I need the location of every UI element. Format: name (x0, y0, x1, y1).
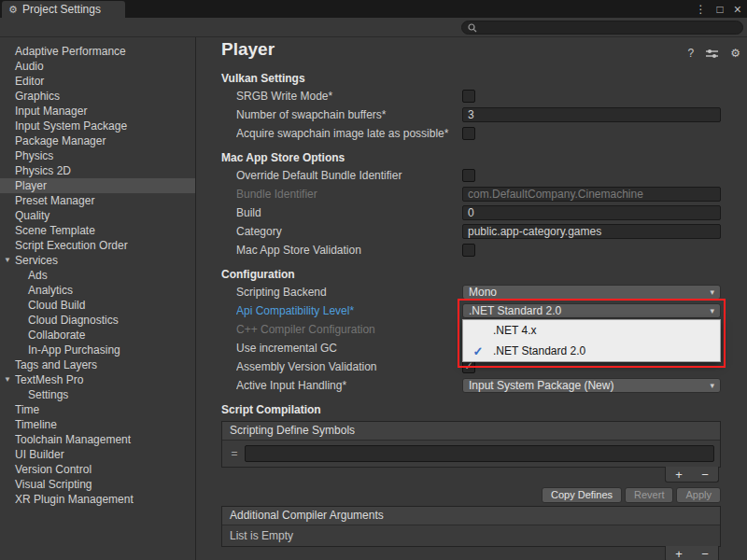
sidebar-item-in-app-purchasing[interactable]: In-App Purchasing (0, 343, 195, 357)
setting-row: Mac App Store Validation (197, 241, 747, 259)
sidebar-item-collaborate[interactable]: Collaborate (0, 328, 195, 343)
revert-button[interactable]: Revert (625, 487, 673, 503)
srgb-write-mode-checkbox[interactable] (462, 90, 475, 103)
sidebar-item-visual-scripting[interactable]: Visual Scripting (0, 477, 195, 492)
titlebar: ⚙ Project Settings ⋮ □ × (0, 0, 747, 18)
toolbar (0, 18, 747, 37)
tab-project-settings[interactable]: ⚙ Project Settings (2, 1, 125, 18)
api-compatibility-dropdown[interactable]: .NET Standard 2.0 (462, 303, 721, 318)
copy-defines-button[interactable]: Copy Defines (542, 487, 622, 503)
sidebar-item-graphics[interactable]: Graphics (0, 89, 195, 104)
sidebar-item-textmesh-settings[interactable]: Settings (0, 387, 195, 402)
scripting-define-symbols-header: Scripting Define Symbols (222, 422, 720, 441)
sidebar-item-tags-and-layers[interactable]: Tags and Layers (0, 357, 195, 372)
player-settings-content: Vulkan Settings SRGB Write Mode* Number … (197, 63, 747, 560)
setting-row: Scripting Backend Mono (197, 283, 747, 301)
sidebar-item-physics[interactable]: Physics (0, 148, 195, 163)
sidebar-item-adaptive-performance[interactable]: Adaptive Performance (0, 44, 195, 59)
close-icon[interactable]: × (734, 3, 741, 16)
sidebar-item-ui-builder[interactable]: UI Builder (0, 447, 195, 462)
foldout-open-icon[interactable]: ▼ (4, 372, 11, 387)
scripting-backend-dropdown[interactable]: Mono (462, 285, 721, 300)
drag-handle-icon[interactable]: = (228, 447, 241, 460)
section-script-compilation: Script Compilation (197, 401, 747, 418)
setting-row: Number of swapchain buffers* 3 (197, 105, 747, 124)
remove-argument-button[interactable]: − (701, 547, 709, 560)
search-input[interactable] (461, 21, 743, 35)
sidebar-item-audio[interactable]: Audio (0, 59, 195, 74)
setting-row: Bundle Identifier com.DefaultCompany.Cin… (197, 185, 747, 203)
foldout-open-icon[interactable]: ▼ (4, 253, 11, 268)
setting-row: Override Default Bundle Identifier (197, 166, 747, 185)
compiler-arguments-list-controls: + − (665, 546, 719, 560)
window-controls: ⋮ □ × (696, 0, 741, 18)
add-argument-button[interactable]: + (675, 547, 683, 560)
popup-item-net4x[interactable]: .NET 4.x (463, 320, 720, 341)
player-settings-panel: Player ? ⚙ Vulkan Settings SRGB Write Mo… (197, 37, 747, 560)
sidebar-item-analytics[interactable]: Analytics (0, 283, 195, 298)
presets-icon[interactable] (706, 49, 718, 59)
sidebar-item-editor[interactable]: Editor (0, 74, 195, 89)
sidebar-item-textmesh-pro[interactable]: ▼TextMesh Pro (0, 372, 195, 387)
sidebar-item-ads[interactable]: Ads (0, 268, 195, 283)
page-title: Player (221, 39, 275, 60)
define-symbol-input[interactable] (245, 445, 714, 462)
additional-compiler-arguments-box: Additional Compiler Arguments List is Em… (221, 506, 721, 547)
sidebar-item-preset-manager[interactable]: Preset Manager (0, 193, 195, 208)
sidebar-item-timeline[interactable]: Timeline (0, 417, 195, 432)
category-field[interactable]: public.app-category.games (462, 224, 721, 239)
search-icon (468, 23, 477, 33)
api-compatibility-row: Api Compatibility Level* .NET Standard 2… (197, 301, 747, 320)
settings-category-list: Adaptive Performance Audio Editor Graphi… (0, 37, 196, 560)
sidebar-item-time[interactable]: Time (0, 402, 195, 417)
mac-app-store-validation-checkbox[interactable] (462, 244, 475, 257)
section-mac-app-store: Mac App Store Options (197, 149, 747, 166)
add-define-button[interactable]: + (675, 468, 683, 482)
sidebar-item-xr-plugin-management[interactable]: XR Plugin Management (0, 492, 195, 507)
apply-button[interactable]: Apply (676, 487, 721, 503)
swapchain-buffers-field[interactable]: 3 (462, 107, 721, 122)
assembly-version-validation-checkbox[interactable] (462, 360, 475, 373)
sidebar-item-physics-2d[interactable]: Physics 2D (0, 163, 195, 178)
define-symbol-entry: = (222, 441, 720, 467)
sidebar-item-script-execution-order[interactable]: Script Execution Order (0, 238, 195, 253)
define-symbols-list-controls: + − (665, 467, 719, 483)
setting-row: Active Input Handling* Input System Pack… (197, 376, 747, 395)
settings-gear-icon: ⚙ (8, 4, 18, 16)
empty-list-label: List is Empty (222, 525, 720, 546)
sidebar-item-cloud-diagnostics[interactable]: Cloud Diagnostics (0, 313, 195, 328)
scripting-define-symbols-box: Scripting Define Symbols = (221, 421, 721, 468)
setting-row: Acquire swapchain image late as possible… (197, 124, 747, 143)
setting-row: Build 0 (197, 203, 747, 222)
acquire-swapchain-late-checkbox[interactable] (462, 127, 475, 140)
additional-compiler-arguments-header: Additional Compiler Arguments (222, 507, 720, 525)
active-input-handling-dropdown[interactable]: Input System Package (New) (462, 378, 721, 393)
popup-item-net-standard-20[interactable]: ✓ .NET Standard 2.0 (463, 341, 720, 361)
remove-define-button[interactable]: − (701, 468, 709, 482)
api-compatibility-popup: .NET 4.x ✓ .NET Standard 2.0 (462, 319, 721, 362)
sidebar-item-scene-template[interactable]: Scene Template (0, 223, 195, 238)
override-bundle-identifier-checkbox[interactable] (462, 169, 475, 182)
sidebar-item-version-control[interactable]: Version Control (0, 462, 195, 477)
help-icon[interactable]: ? (688, 47, 695, 60)
section-vulkan-settings: Vulkan Settings (197, 70, 747, 87)
sidebar-item-toolchain-management[interactable]: Toolchain Management (0, 432, 195, 447)
build-field[interactable]: 0 (462, 205, 721, 220)
sidebar-item-cloud-build[interactable]: Cloud Build (0, 298, 195, 313)
tab-title: Project Settings (22, 3, 101, 16)
check-icon: ✓ (463, 344, 493, 358)
section-configuration: Configuration (197, 266, 747, 283)
define-symbols-buttons: Copy Defines Revert Apply (197, 487, 721, 503)
sidebar-item-quality[interactable]: Quality (0, 208, 195, 223)
setting-row: SRGB Write Mode* (197, 87, 747, 105)
maximize-icon[interactable]: □ (717, 4, 724, 15)
sidebar-item-services[interactable]: ▼Services (0, 253, 195, 268)
sidebar-item-input-manager[interactable]: Input Manager (0, 104, 195, 119)
window-menu-icon[interactable]: ⋮ (696, 4, 707, 15)
gear-icon[interactable]: ⚙ (730, 47, 740, 60)
setting-row: Category public.app-category.games (197, 222, 747, 241)
bundle-identifier-field: com.DefaultCompany.Cinemachine (462, 187, 721, 202)
sidebar-item-package-manager[interactable]: Package Manager (0, 133, 195, 148)
sidebar-item-input-system-package[interactable]: Input System Package (0, 119, 195, 133)
sidebar-item-player[interactable]: Player (0, 178, 195, 193)
